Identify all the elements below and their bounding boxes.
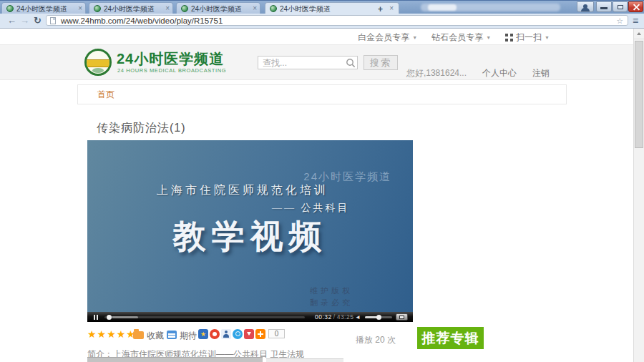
reload-icon[interactable]: ↻ xyxy=(34,15,42,26)
back-icon[interactable]: ← xyxy=(7,15,16,26)
breadcrumb: 首页 xyxy=(77,84,567,104)
kaixin-share-icon[interactable] xyxy=(244,329,254,339)
time-display: 00:32/43:25 xyxy=(315,314,353,321)
slide-line-1: 上海市住院医师规范化培训 xyxy=(157,183,328,198)
qr-code-icon xyxy=(505,34,513,41)
slide-line-2: —— 公共科目 xyxy=(272,202,350,215)
renren-share-icon[interactable] xyxy=(221,329,231,339)
site-logo[interactable] xyxy=(84,49,112,76)
scan-qr-label: 扫一扫 xyxy=(516,31,542,44)
chevron-down-icon: ▼ xyxy=(486,35,491,40)
page-title: 传染病防治法(1) xyxy=(97,121,186,136)
tab-close-icon[interactable]: × xyxy=(389,4,394,13)
browser-toolbar: ← → ↻ www.24hmb.com/24/web/video/play/R1… xyxy=(0,14,644,29)
volume-knob[interactable] xyxy=(376,315,381,320)
breadcrumb-home-link[interactable]: 首页 xyxy=(97,85,114,104)
browser-tab-2[interactable]: 24小时医学频道 × xyxy=(89,2,173,14)
video-player[interactable]: 24小时医学频道 上海市住院医师规范化培训 —— 公共科目 教学视频 维护版权 … xyxy=(87,140,413,322)
browser-tab-4-active[interactable]: 24小时医学频道 + × xyxy=(265,2,399,14)
slide-big-title: 教学视频 xyxy=(87,215,413,259)
platinum-member-link[interactable]: 白金会员专享 ▼ xyxy=(358,31,417,44)
fullscreen-button[interactable] xyxy=(396,313,408,321)
site-subtitle: 24 HOURS MEDICAL BROADCASTING xyxy=(117,67,226,74)
star-icon[interactable]: ★ xyxy=(87,328,97,340)
sina-weibo-share-icon[interactable] xyxy=(210,329,220,339)
star-icon[interactable]: ★ xyxy=(107,328,117,340)
globe-favicon-icon xyxy=(181,5,188,12)
site-header: 24小时医学频道 24 HOURS MEDICAL BROADCASTING 搜… xyxy=(0,44,644,80)
time-total: 43:25 xyxy=(337,313,354,321)
tab-title: 24小时医学频道 xyxy=(191,4,248,14)
time-current: 00:32 xyxy=(315,313,332,321)
favorite-label[interactable]: 收藏 xyxy=(147,330,164,342)
window-title-blur-highlight xyxy=(428,4,457,11)
player-control-bar: 00:32/43:25 ◄ xyxy=(87,312,413,322)
member-links-bar: 白金会员专享 ▼ 钻石会员专享 ▼ 扫一扫 ▼ xyxy=(358,31,550,44)
user-greeting: 您好,1381624... xyxy=(406,67,467,79)
browser-tab-1[interactable]: 24小时医学频道 × xyxy=(1,2,86,14)
progress-knob[interactable] xyxy=(107,315,112,320)
qzone-share-icon[interactable]: ★ xyxy=(198,329,208,339)
user-session-row: 您好,1381624... 个人中心 注销 xyxy=(406,67,550,79)
web-page: 白金会员专享 ▼ 钻石会员专享 ▼ 扫一扫 ▼ 24小时医学频道 24 HOUR… xyxy=(0,29,644,362)
tab-close-icon[interactable]: × xyxy=(253,4,257,13)
forward-icon[interactable]: → xyxy=(20,15,29,26)
tab-title: 24小时医学频道 xyxy=(104,4,161,14)
recommend-album-button[interactable]: 推荐专辑 xyxy=(417,327,484,349)
menu-icon[interactable]: ≡ xyxy=(633,15,638,26)
browser-titlebar: 24小时医学频道 × 24小时医学频道 × 24小时医学频道 × 24小时医学频… xyxy=(0,0,644,14)
more-share-icon[interactable] xyxy=(255,329,265,339)
page-scrollbar[interactable] xyxy=(633,29,644,362)
close-button[interactable] xyxy=(628,1,643,12)
search-button[interactable]: 搜索 xyxy=(364,55,398,70)
play-count: 播放 20 次 xyxy=(356,334,396,346)
logout-link[interactable]: 注销 xyxy=(532,67,550,79)
star-icon[interactable]: ★ xyxy=(117,328,127,340)
scrollbar-thumb[interactable] xyxy=(635,41,643,148)
page-favicon-icon xyxy=(50,17,56,24)
volume-icon[interactable]: ◄ xyxy=(355,314,361,321)
copyright-line-2: 翻录必究 xyxy=(302,297,361,309)
globe-favicon-icon xyxy=(270,5,277,12)
browser-window: 24小时医学频道 × 24小时医学频道 × 24小时医学频道 × 24小时医学频… xyxy=(0,0,644,362)
search-icon[interactable] xyxy=(346,58,356,68)
chevron-down-icon: ▼ xyxy=(412,35,417,40)
tencent-weibo-share-icon[interactable] xyxy=(233,329,243,339)
rating-stars[interactable]: ★★★★★ xyxy=(87,328,136,340)
chevron-down-icon: ▼ xyxy=(545,35,550,40)
globe-favicon-icon xyxy=(94,5,101,12)
search-input[interactable] xyxy=(258,56,358,69)
browser-tab-3[interactable]: 24小时医学频道 × xyxy=(176,2,260,14)
cutoff-section-tab xyxy=(87,357,263,362)
watch-later-label[interactable]: 期待 xyxy=(180,330,197,342)
watch-later-icon[interactable] xyxy=(167,331,177,339)
site-title[interactable]: 24小时医学频道 xyxy=(117,49,224,69)
share-count: 0 xyxy=(268,329,285,338)
profile-button[interactable] xyxy=(577,1,594,12)
url-text[interactable]: www.24hmb.com/24/web/video/play/R15751 xyxy=(61,16,223,26)
progress-track[interactable] xyxy=(104,316,305,318)
video-watermark: 24小时医学频道 xyxy=(303,170,391,184)
minimize-button[interactable] xyxy=(596,1,612,12)
tab-title: 24小时医学频道 xyxy=(280,4,370,14)
tab-title: 24小时医学频道 xyxy=(16,4,74,14)
cutoff-section-tab-2 xyxy=(266,358,343,362)
globe-favicon-icon xyxy=(6,5,14,12)
address-bar[interactable]: www.24hmb.com/24/web/video/play/R15751 ☆ xyxy=(46,15,628,26)
favorite-folder-icon[interactable] xyxy=(133,331,144,339)
maximize-button[interactable] xyxy=(613,1,628,12)
user-center-link[interactable]: 个人中心 xyxy=(482,67,517,79)
scrollbar-up-arrow-icon[interactable] xyxy=(634,29,644,39)
bookmark-star-icon[interactable]: ☆ xyxy=(616,16,623,26)
diamond-member-label: 钻石会员专享 xyxy=(431,31,483,44)
copyright-notice: 维护版权 翻录必究 xyxy=(302,285,361,309)
copyright-line-1: 维护版权 xyxy=(302,285,361,297)
tab-close-icon[interactable]: × xyxy=(165,4,170,13)
scan-qr-link[interactable]: 扫一扫 ▼ xyxy=(505,31,550,44)
platinum-member-label: 白金会员专享 xyxy=(358,31,409,44)
star-icon[interactable]: ★ xyxy=(97,328,107,340)
tab-close-icon[interactable]: × xyxy=(78,4,82,13)
new-tab-icon[interactable]: + xyxy=(378,5,383,14)
diamond-member-link[interactable]: 钻石会员专享 ▼ xyxy=(431,31,491,44)
